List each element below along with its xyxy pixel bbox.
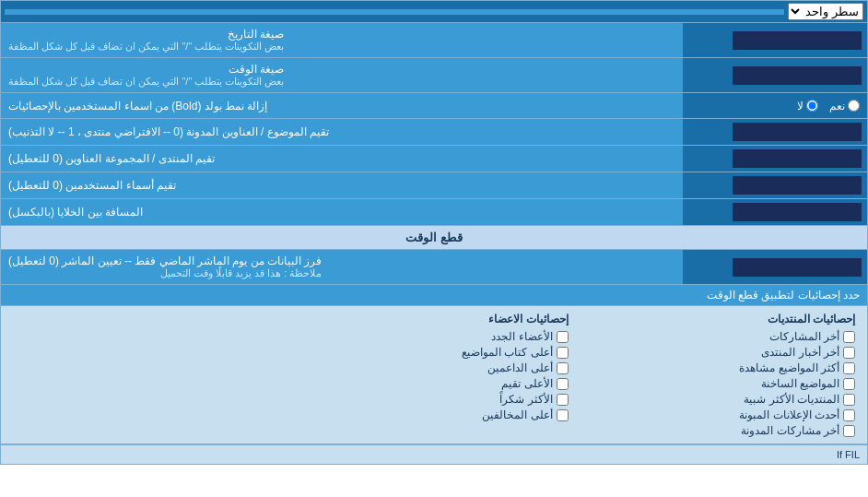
checkbox-item-3: أكثر المواضيع مشاهدة <box>578 361 855 374</box>
bold-stats-radio-cell: نعم لا <box>683 93 867 118</box>
col1-header: إحصائيات المنتديات <box>578 313 855 325</box>
date-format-input-cell: d-m <box>683 23 867 57</box>
cb-last-posts[interactable] <box>843 331 855 343</box>
qata-header: قطع الوقت <box>1 226 867 250</box>
checkbox-member-6: أعلى المخالفين <box>290 408 568 421</box>
cb-new-members[interactable] <box>557 331 569 343</box>
order-users-label: تقيم أسماء المستخدمين (0 للتعطيل) <box>1 172 683 198</box>
gap-input[interactable]: 2 <box>733 203 862 221</box>
checkbox-member-3: أعلى الداعمين <box>290 361 568 374</box>
lines-select[interactable]: سطر واحد سطرين ثلاثة أسطر <box>788 3 863 20</box>
checkbox-item-7: أخر مشاركات المدونة <box>578 424 855 437</box>
gap-label: المسافة بين الخلايا (بالبكسل) <box>1 199 683 225</box>
cb-last-news[interactable] <box>843 347 855 359</box>
farth-input-cell: 0 <box>683 250 867 284</box>
cb-most-thanks[interactable] <box>557 394 569 406</box>
stats-limit-row: حدد إحصائيات لتطبيق قطع الوقت <box>1 285 867 306</box>
order-group-label: تقيم المنتدى / المجموعة العناوين (0 للتع… <box>1 146 683 172</box>
cb-top-donors[interactable] <box>557 362 569 374</box>
order-group-input[interactable]: 33 <box>733 149 862 168</box>
main-container: سطر واحد سطرين ثلاثة أسطر d-m صيغة التار… <box>0 0 868 465</box>
checkbox-member-5: الأكثر شكراً <box>290 393 568 406</box>
top-label <box>5 9 784 15</box>
time-format-label: صيغة الوقت بعض التكوينات يتطلب "/" التي … <box>1 58 683 92</box>
checkbox-member-1: الأعضاء الجدد <box>290 330 568 343</box>
date-format-input[interactable]: d-m <box>733 31 862 50</box>
empty-right <box>8 310 286 440</box>
time-format-input[interactable]: H:i <box>733 66 862 85</box>
cb-top-violators[interactable] <box>557 409 569 421</box>
order-group-input-cell: 33 <box>683 146 867 172</box>
top-row: سطر واحد سطرين ثلاثة أسطر <box>1 1 867 23</box>
order-users-input[interactable]: 0 <box>733 176 862 195</box>
gap-input-cell: 2 <box>683 199 867 225</box>
checkbox-member-4: الأعلى تقيم <box>290 377 568 390</box>
radio-yes[interactable] <box>848 100 860 112</box>
cb-top-authors[interactable] <box>557 347 569 359</box>
checkbox-col-forums: إحصائيات المنتديات أخر المشاركات أخر أخب… <box>573 310 860 440</box>
bold-stats-row: نعم لا إزالة نمط بولد (Bold) من اسماء ال… <box>1 93 867 119</box>
checkbox-item-6: أحدث الإعلانات المبونة <box>578 408 855 421</box>
order-users-row: 0 تقيم أسماء المستخدمين (0 للتعطيل) <box>1 172 867 199</box>
farth-row: 0 فرز البيانات من يوم الماشر الماضي فقط … <box>1 250 867 285</box>
select-wrapper: سطر واحد سطرين ثلاثة أسطر <box>788 3 863 20</box>
cb-most-viewed[interactable] <box>843 362 855 374</box>
cb-top-rated[interactable] <box>557 378 569 390</box>
cb-hot-topics[interactable] <box>843 378 855 390</box>
iffile-note: If FIL <box>1 444 867 464</box>
checkboxes-container: إحصائيات المنتديات أخر المشاركات أخر أخب… <box>1 306 867 444</box>
time-format-input-cell: H:i <box>683 58 867 92</box>
order-topics-row: 33 تقيم الموضوع / العناوين المدونة (0 --… <box>1 119 867 146</box>
bold-stats-label: إزالة نمط بولد (Bold) من اسماء المستخدمي… <box>1 93 683 118</box>
order-topics-input-cell: 33 <box>683 119 867 145</box>
time-format-row: H:i صيغة الوقت بعض التكوينات يتطلب "/" ا… <box>1 58 867 93</box>
checkbox-item-2: أخر أخبار المنتدى <box>578 346 855 359</box>
checkbox-member-2: أعلى كتاب المواضيع <box>290 346 568 359</box>
checkbox-col-members: إحصائيات الاعضاء الأعضاء الجدد أعلى كتاب… <box>286 310 572 440</box>
farth-label-cell: فرز البيانات من يوم الماشر الماضي فقط --… <box>1 250 683 284</box>
order-topics-label: تقيم الموضوع / العناوين المدونة (0 -- ال… <box>1 119 683 145</box>
order-group-row: 33 تقيم المنتدى / المجموعة العناوين (0 ل… <box>1 146 867 172</box>
date-format-label: صيغة التاريخ بعض التكوينات يتطلب "/" الت… <box>1 23 683 57</box>
cb-most-similar[interactable] <box>843 394 855 406</box>
checkbox-item-1: أخر المشاركات <box>578 330 855 343</box>
date-format-row: d-m صيغة التاريخ بعض التكوينات يتطلب "/"… <box>1 23 867 58</box>
order-topics-input[interactable]: 33 <box>733 123 862 141</box>
farth-input[interactable]: 0 <box>733 258 862 277</box>
checkbox-item-5: المنتديات الأكثر شبية <box>578 393 855 406</box>
cb-last-blog[interactable] <box>843 425 855 437</box>
col2-header: إحصائيات الاعضاء <box>290 313 568 325</box>
gap-row: 2 المسافة بين الخلايا (بالبكسل) <box>1 199 867 226</box>
cb-latest-ads[interactable] <box>843 409 855 421</box>
radio-yes-label[interactable]: نعم <box>829 100 860 112</box>
radio-no[interactable] <box>806 100 818 112</box>
checkbox-item-4: المواضيع الساخنة <box>578 377 855 390</box>
order-users-input-cell: 0 <box>683 172 867 198</box>
radio-no-label[interactable]: لا <box>797 100 818 112</box>
